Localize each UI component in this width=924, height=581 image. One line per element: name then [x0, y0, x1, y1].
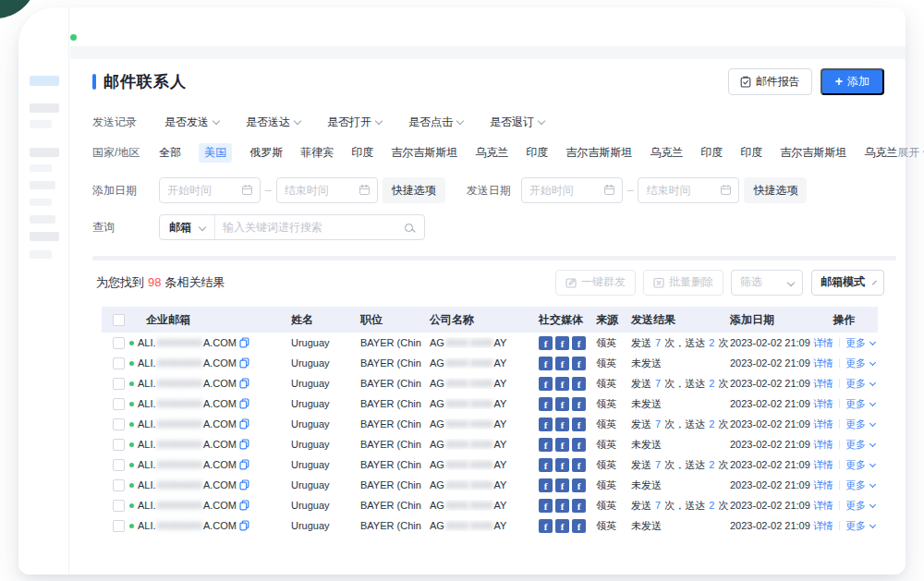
facebook-icon[interactable]: f — [539, 336, 553, 350]
copy-icon[interactable] — [239, 418, 249, 430]
more-link[interactable]: 更多 — [845, 499, 875, 513]
copy-icon[interactable] — [239, 500, 249, 511]
country-option[interactable]: 吉尔吉斯斯坦 — [780, 145, 846, 161]
add-date-start-input[interactable] — [167, 184, 238, 197]
facebook-icon[interactable]: f — [572, 458, 586, 472]
more-link[interactable]: 更多 — [845, 336, 875, 350]
facebook-icon[interactable]: f — [555, 336, 569, 350]
facebook-icon[interactable]: f — [555, 397, 569, 411]
sidebar-nav-item[interactable] — [30, 181, 55, 189]
facebook-icon[interactable]: f — [539, 458, 553, 472]
search-icon[interactable] — [405, 224, 413, 232]
country-option[interactable]: 美国 — [199, 143, 232, 163]
facebook-icon[interactable]: f — [555, 438, 569, 452]
facebook-icon[interactable]: f — [572, 499, 586, 513]
mailbox-mode-select[interactable]: 邮箱模式 — [811, 270, 884, 296]
sidebar-nav-item[interactable] — [30, 103, 59, 113]
add-date-quick-options-button[interactable]: 快捷选项 — [383, 177, 445, 203]
country-option[interactable]: 菲律宾 — [300, 145, 334, 161]
facebook-icon[interactable]: f — [555, 357, 569, 370]
keyword-search-input[interactable] — [215, 221, 405, 234]
sidebar-nav-item[interactable] — [30, 120, 52, 128]
facebook-icon[interactable]: f — [539, 438, 553, 452]
status-filter-dropdown[interactable]: 是否送达 — [246, 115, 300, 130]
copy-icon[interactable] — [239, 520, 249, 531]
country-option[interactable]: 印度 — [740, 145, 762, 161]
facebook-icon[interactable]: f — [572, 478, 586, 492]
facebook-icon[interactable]: f — [539, 397, 553, 411]
row-checkbox[interactable] — [113, 439, 125, 451]
copy-icon[interactable] — [239, 357, 249, 369]
facebook-icon[interactable]: f — [572, 357, 586, 370]
row-checkbox[interactable] — [113, 500, 125, 512]
facebook-icon[interactable]: f — [555, 478, 569, 492]
country-option[interactable]: 乌克兰 — [650, 145, 683, 161]
more-link[interactable]: 更多 — [845, 519, 875, 533]
facebook-icon[interactable]: f — [572, 438, 586, 452]
facebook-icon[interactable]: f — [555, 499, 569, 513]
more-link[interactable]: 更多 — [845, 357, 875, 370]
status-filter-dropdown[interactable]: 是否打开 — [327, 115, 382, 130]
copy-icon[interactable] — [239, 459, 249, 470]
bulk-delete-button[interactable]: 批量删除 — [643, 270, 723, 296]
facebook-icon[interactable]: f — [539, 357, 553, 370]
sidebar-nav-item[interactable] — [30, 199, 52, 206]
facebook-icon[interactable]: f — [572, 336, 586, 350]
row-checkbox[interactable] — [113, 398, 125, 410]
facebook-icon[interactable]: f — [555, 377, 569, 391]
sidebar-nav-item[interactable] — [30, 164, 52, 172]
status-filter-dropdown[interactable]: 是否退订 — [490, 115, 544, 130]
detail-link[interactable]: 详情 — [813, 357, 833, 370]
facebook-icon[interactable]: f — [539, 499, 553, 513]
row-checkbox[interactable] — [113, 418, 125, 430]
copy-icon[interactable] — [239, 479, 249, 490]
detail-link[interactable]: 详情 — [813, 458, 833, 472]
expand-toggle[interactable]: 展开 — [897, 145, 924, 161]
facebook-icon[interactable]: f — [572, 519, 586, 533]
facebook-icon[interactable]: f — [572, 418, 586, 431]
detail-link[interactable]: 详情 — [813, 499, 833, 513]
row-checkbox[interactable] — [113, 520, 125, 532]
country-option[interactable]: 乌克兰 — [475, 145, 508, 161]
send-date-quick-options-button[interactable]: 快捷选项 — [744, 177, 807, 203]
more-link[interactable]: 更多 — [845, 418, 875, 431]
copy-icon[interactable] — [239, 398, 249, 409]
mail-report-button[interactable]: 邮件报告 — [728, 68, 812, 95]
facebook-icon[interactable]: f — [539, 478, 553, 492]
more-link[interactable]: 更多 — [845, 458, 875, 472]
row-checkbox[interactable] — [113, 337, 125, 349]
row-checkbox[interactable] — [113, 357, 125, 369]
more-link[interactable]: 更多 — [845, 478, 875, 492]
facebook-icon[interactable]: f — [555, 519, 569, 533]
more-link[interactable]: 更多 — [845, 377, 875, 391]
country-option[interactable]: 印度 — [526, 145, 548, 161]
row-checkbox[interactable] — [113, 479, 125, 491]
country-option[interactable]: 印度 — [700, 145, 723, 161]
add-button[interactable]: + 添加 — [821, 68, 884, 95]
sidebar-nav-item-active[interactable] — [30, 76, 59, 86]
status-filter-dropdown[interactable]: 是否点击 — [408, 115, 463, 130]
copy-icon[interactable] — [239, 337, 249, 348]
detail-link[interactable]: 详情 — [813, 519, 833, 533]
send-date-start-input[interactable] — [529, 184, 601, 197]
detail-link[interactable]: 详情 — [813, 478, 833, 492]
row-checkbox[interactable] — [113, 378, 125, 390]
send-date-end-input[interactable] — [646, 184, 717, 197]
query-field-select[interactable]: 邮箱 — [160, 215, 215, 239]
country-option[interactable]: 乌克兰 — [864, 145, 897, 161]
detail-link[interactable]: 详情 — [813, 397, 833, 411]
country-option[interactable]: 吉尔吉斯斯坦 — [565, 145, 632, 161]
row-checkbox[interactable] — [113, 459, 125, 471]
facebook-icon[interactable]: f — [539, 418, 553, 431]
country-option[interactable]: 全部 — [159, 145, 181, 161]
facebook-icon[interactable]: f — [555, 418, 569, 431]
country-option[interactable]: 印度 — [351, 145, 373, 161]
sidebar-nav-item[interactable] — [30, 215, 55, 224]
facebook-icon[interactable]: f — [572, 377, 586, 391]
sidebar-nav-item[interactable] — [30, 232, 59, 241]
detail-link[interactable]: 详情 — [813, 377, 833, 391]
bulk-send-button[interactable]: 一键群发 — [555, 270, 636, 296]
country-option[interactable]: 俄罗斯 — [249, 145, 283, 161]
sidebar-nav-item[interactable] — [30, 250, 52, 259]
detail-link[interactable]: 详情 — [813, 336, 833, 350]
